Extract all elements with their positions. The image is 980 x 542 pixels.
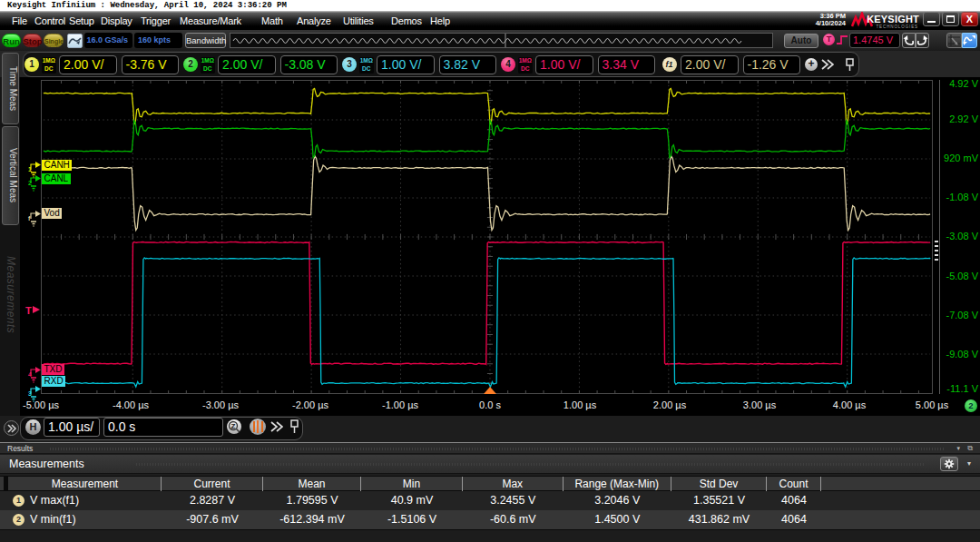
svg-text:4: 4	[28, 371, 32, 378]
svg-text:2: 2	[28, 180, 32, 186]
svg-text:1: 1	[28, 166, 32, 172]
svg-text:3: 3	[28, 390, 32, 397]
svg-text:Z: Z	[231, 422, 236, 430]
